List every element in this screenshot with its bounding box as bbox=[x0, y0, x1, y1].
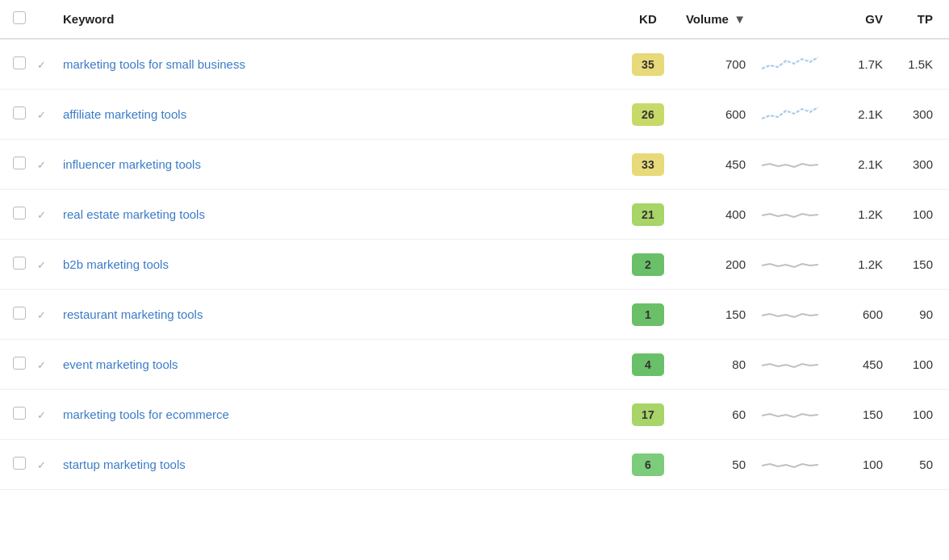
trend-sparkline bbox=[762, 101, 818, 125]
row-checkbox-cell[interactable] bbox=[0, 290, 29, 340]
volume-cell: 50 bbox=[676, 440, 752, 490]
trend-sparkline bbox=[762, 401, 818, 425]
volume-cell: 150 bbox=[676, 290, 752, 340]
row-check-cell[interactable]: ✓ bbox=[29, 340, 53, 390]
trend-cell bbox=[752, 340, 828, 390]
table-row: ✓ startup marketing tools 6 50 100 50 bbox=[0, 440, 949, 490]
row-checkbox[interactable] bbox=[13, 56, 26, 69]
keyword-cell[interactable]: influencer marketing tools bbox=[53, 140, 620, 190]
checkmark-icon[interactable]: ✓ bbox=[37, 259, 46, 271]
keyword-cell[interactable]: event marketing tools bbox=[53, 340, 620, 390]
gv-cell: 2.1K bbox=[828, 90, 893, 140]
kd-cell: 35 bbox=[620, 39, 676, 90]
table-row: ✓ b2b marketing tools 2 200 1.2K 150 bbox=[0, 240, 949, 290]
row-checkbox[interactable] bbox=[13, 307, 26, 320]
trend-sparkline bbox=[762, 451, 818, 475]
kd-col-header: KD bbox=[620, 0, 676, 39]
tp-cell: 300 bbox=[893, 140, 949, 190]
kd-cell: 17 bbox=[620, 390, 676, 440]
row-checkbox[interactable] bbox=[13, 257, 26, 270]
row-checkbox[interactable] bbox=[13, 357, 26, 370]
row-check-cell[interactable]: ✓ bbox=[29, 90, 53, 140]
volume-cell: 450 bbox=[676, 140, 752, 190]
keyword-cell[interactable]: marketing tools for small business bbox=[53, 39, 620, 90]
row-checkbox[interactable] bbox=[13, 207, 26, 219]
keyword-col-header: Keyword bbox=[53, 0, 620, 39]
trend-cell bbox=[752, 240, 828, 290]
table-row: ✓ marketing tools for small business 35 … bbox=[0, 39, 949, 90]
gv-cell: 2.1K bbox=[828, 140, 893, 190]
checkmark-icon[interactable]: ✓ bbox=[37, 309, 46, 321]
row-checkbox-cell[interactable] bbox=[0, 340, 29, 390]
volume-cell: 400 bbox=[676, 190, 752, 240]
keyword-cell[interactable]: marketing tools for ecommerce bbox=[53, 390, 620, 440]
trend-cell bbox=[752, 390, 828, 440]
trend-sparkline bbox=[762, 351, 818, 375]
row-checkbox-cell[interactable] bbox=[0, 90, 29, 140]
row-check-cell[interactable]: ✓ bbox=[29, 190, 53, 240]
row-checkbox-cell[interactable] bbox=[0, 39, 29, 90]
row-checkbox-cell[interactable] bbox=[0, 240, 29, 290]
row-check-cell[interactable]: ✓ bbox=[29, 390, 53, 440]
row-checkbox[interactable] bbox=[13, 107, 26, 119]
volume-cell: 700 bbox=[676, 39, 752, 90]
kd-badge: 33 bbox=[632, 153, 664, 176]
select-all-checkbox[interactable] bbox=[13, 11, 26, 24]
row-check-cell[interactable]: ✓ bbox=[29, 440, 53, 490]
row-checkbox-cell[interactable] bbox=[0, 440, 29, 490]
tp-cell: 1.5K bbox=[893, 39, 949, 90]
kd-badge: 21 bbox=[632, 203, 664, 226]
volume-cell: 80 bbox=[676, 340, 752, 390]
row-checkbox[interactable] bbox=[13, 157, 26, 169]
keyword-cell[interactable]: b2b marketing tools bbox=[53, 240, 620, 290]
row-check-cell[interactable]: ✓ bbox=[29, 140, 53, 190]
row-checkbox-cell[interactable] bbox=[0, 390, 29, 440]
row-checkbox-cell[interactable] bbox=[0, 140, 29, 190]
table-row: ✓ real estate marketing tools 21 400 1.2… bbox=[0, 190, 949, 240]
check-col-header bbox=[29, 0, 53, 39]
select-all-header[interactable] bbox=[0, 0, 29, 39]
checkmark-icon[interactable]: ✓ bbox=[37, 359, 46, 371]
trend-sparkline bbox=[762, 151, 818, 175]
row-checkbox[interactable] bbox=[13, 457, 26, 470]
checkmark-icon[interactable]: ✓ bbox=[37, 109, 46, 121]
gv-cell: 600 bbox=[828, 290, 893, 340]
trend-sparkline bbox=[762, 251, 818, 275]
gv-cell: 1.2K bbox=[828, 240, 893, 290]
table-row: ✓ marketing tools for ecommerce 17 60 15… bbox=[0, 390, 949, 440]
kd-badge: 35 bbox=[632, 53, 664, 76]
checkmark-icon[interactable]: ✓ bbox=[37, 409, 46, 421]
trend-cell bbox=[752, 39, 828, 90]
row-checkbox[interactable] bbox=[13, 407, 26, 420]
tp-cell: 100 bbox=[893, 390, 949, 440]
checkmark-icon[interactable]: ✓ bbox=[37, 459, 46, 471]
kd-badge: 4 bbox=[632, 353, 664, 376]
kd-cell: 21 bbox=[620, 190, 676, 240]
volume-cell: 60 bbox=[676, 390, 752, 440]
keyword-table: Keyword KD Volume ▼ GV TP bbox=[0, 0, 949, 490]
gv-col-header: GV bbox=[828, 0, 893, 39]
keyword-cell[interactable]: affiliate marketing tools bbox=[53, 90, 620, 140]
row-checkbox-cell[interactable] bbox=[0, 190, 29, 240]
tp-cell: 100 bbox=[893, 190, 949, 240]
trend-cell bbox=[752, 290, 828, 340]
keyword-cell[interactable]: real estate marketing tools bbox=[53, 190, 620, 240]
kd-badge: 26 bbox=[632, 103, 664, 126]
keyword-cell[interactable]: restaurant marketing tools bbox=[53, 290, 620, 340]
kd-cell: 6 bbox=[620, 440, 676, 490]
trend-cell bbox=[752, 440, 828, 490]
row-check-cell[interactable]: ✓ bbox=[29, 39, 53, 90]
volume-cell: 200 bbox=[676, 240, 752, 290]
gv-cell: 100 bbox=[828, 440, 893, 490]
checkmark-icon[interactable]: ✓ bbox=[37, 59, 46, 71]
trend-sparkline bbox=[762, 301, 818, 325]
checkmark-icon[interactable]: ✓ bbox=[37, 159, 46, 171]
row-check-cell[interactable]: ✓ bbox=[29, 290, 53, 340]
checkmark-icon[interactable]: ✓ bbox=[37, 209, 46, 221]
row-check-cell[interactable]: ✓ bbox=[29, 240, 53, 290]
kd-cell: 2 bbox=[620, 240, 676, 290]
tp-cell: 100 bbox=[893, 340, 949, 390]
volume-col-header[interactable]: Volume ▼ bbox=[676, 0, 752, 39]
keyword-cell[interactable]: startup marketing tools bbox=[53, 440, 620, 490]
kd-cell: 33 bbox=[620, 140, 676, 190]
